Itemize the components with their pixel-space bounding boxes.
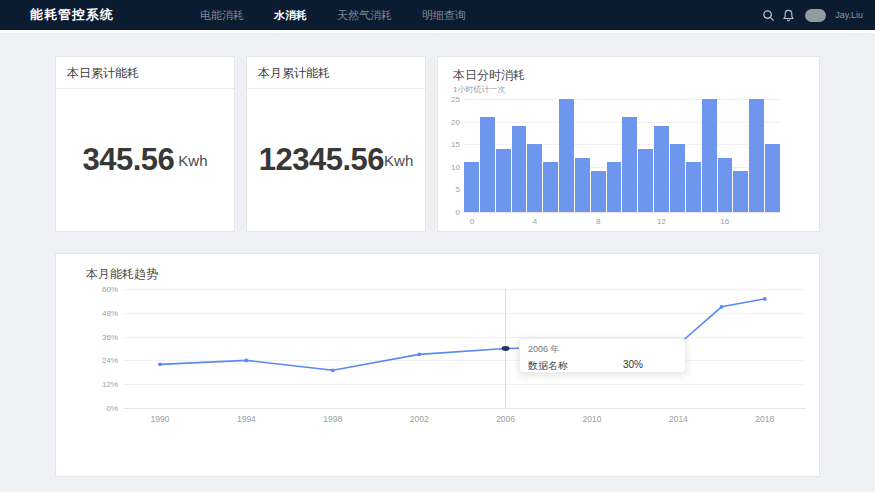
x-tick-label: 0 [470,217,474,226]
notification-bell-icon[interactable] [782,9,795,22]
x-tick-label: 16 [720,217,729,226]
bar[interactable] [638,149,653,212]
bar[interactable] [622,117,637,212]
bar[interactable] [718,158,733,212]
today-card-title: 本日累计能耗 [56,57,234,89]
bar[interactable] [559,99,574,212]
data-point[interactable] [763,297,767,301]
bar[interactable] [543,162,558,212]
bar[interactable] [496,149,511,212]
search-icon[interactable] [762,9,775,22]
bar[interactable] [591,171,606,212]
nav-item-water[interactable]: 水消耗 [274,8,307,23]
data-point[interactable] [158,362,162,366]
x-tick-label: 2002 [410,414,429,424]
hourly-chart-subtitle: 1小时统计一次 [453,84,505,95]
tooltip-value: 30% [623,359,643,373]
gridline [464,212,780,213]
user-avatar[interactable] [805,9,826,22]
x-tick-label: 2010 [583,414,602,424]
main-menu: 电能消耗 水消耗 天然气消耗 明细查询 [200,0,466,30]
highlighted-point[interactable] [502,346,510,351]
nav-item-gas[interactable]: 天然气消耗 [337,8,392,23]
x-tick-label: 1998 [323,414,342,424]
data-point[interactable] [417,353,421,357]
username[interactable]: Jay.Liu [835,10,863,20]
today-energy-unit: Kwh [178,152,207,169]
y-tick-label: 24% [84,356,118,365]
trend-line-plot[interactable] [123,289,806,408]
x-tick-label: 2018 [755,414,774,424]
x-tick-label: 1990 [151,414,170,424]
month-energy-unit: Kwh [384,152,413,169]
tooltip-title: 2006 年 [528,343,677,356]
hourly-bar-plot[interactable] [464,99,780,212]
x-tick-label: 8 [596,217,600,226]
y-tick-label: 5 [438,185,460,194]
bar[interactable] [686,162,701,212]
y-tick-label: 0% [84,404,118,413]
navbar: 能耗管控系统 电能消耗 水消耗 天然气消耗 明细查询 Jay.Liu [0,0,875,30]
x-tick-label: 1994 [237,414,256,424]
nav-item-electric[interactable]: 电能消耗 [200,8,244,23]
bar[interactable] [464,162,479,212]
bar[interactable] [749,99,764,212]
y-tick-label: 12% [84,380,118,389]
today-energy-value: 345.56 [82,142,174,178]
bar[interactable] [654,126,669,212]
x-tick-label: 4 [533,217,537,226]
data-point[interactable] [720,305,724,309]
bar[interactable] [575,158,590,212]
today-energy-card: 本日累计能耗 345.56 Kwh [55,56,235,232]
bar[interactable] [670,144,685,212]
x-tick-label: 12 [657,217,666,226]
trend-chart-title: 本月能耗趋势 [86,266,158,283]
hourly-consumption-card: 本日分时消耗 1小时统计一次 2520151050 0481216 [437,56,820,232]
navbar-right: Jay.Liu [762,0,863,30]
bar[interactable] [607,162,622,212]
tooltip-series-name: 数据名称 [528,359,568,373]
month-card-title: 本月累计能耗 [247,57,425,89]
nav-item-detail[interactable]: 明细查询 [422,8,466,23]
y-tick-label: 25 [438,95,460,104]
month-energy-value: 12345.56 [259,142,384,178]
y-tick-label: 36% [84,332,118,341]
monthly-trend-card: 本月能耗趋势 0%12%24%36%48%60% 199019941998200… [55,253,820,477]
bar[interactable] [480,117,495,212]
navbar-divider [0,30,875,33]
data-point[interactable] [245,359,249,363]
y-tick-label: 0 [438,208,460,217]
bar[interactable] [733,171,748,212]
bar[interactable] [702,99,717,212]
y-tick-label: 60% [84,285,118,294]
y-tick-label: 48% [84,308,118,317]
data-point[interactable] [331,368,335,372]
y-tick-label: 15 [438,140,460,149]
chart-tooltip: 2006 年 数据名称 30% [519,338,686,373]
bar[interactable] [765,144,780,212]
today-card-value-wrap: 345.56 Kwh [56,89,234,231]
gridline [123,408,806,409]
month-energy-card: 本月累计能耗 12345.56 Kwh [246,56,426,232]
bar[interactable] [527,144,542,212]
hourly-chart-title: 本日分时消耗 [453,67,525,84]
y-tick-label: 20 [438,117,460,126]
x-tick-label: 2014 [669,414,688,424]
month-card-value-wrap: 12345.56 Kwh [247,89,425,231]
y-tick-label: 10 [438,162,460,171]
app-logo: 能耗管控系统 [30,0,114,30]
hourly-bars[interactable] [464,99,780,212]
bar[interactable] [512,126,527,212]
x-tick-label: 2006 [496,414,515,424]
tooltip-row: 数据名称 30% [528,359,677,373]
